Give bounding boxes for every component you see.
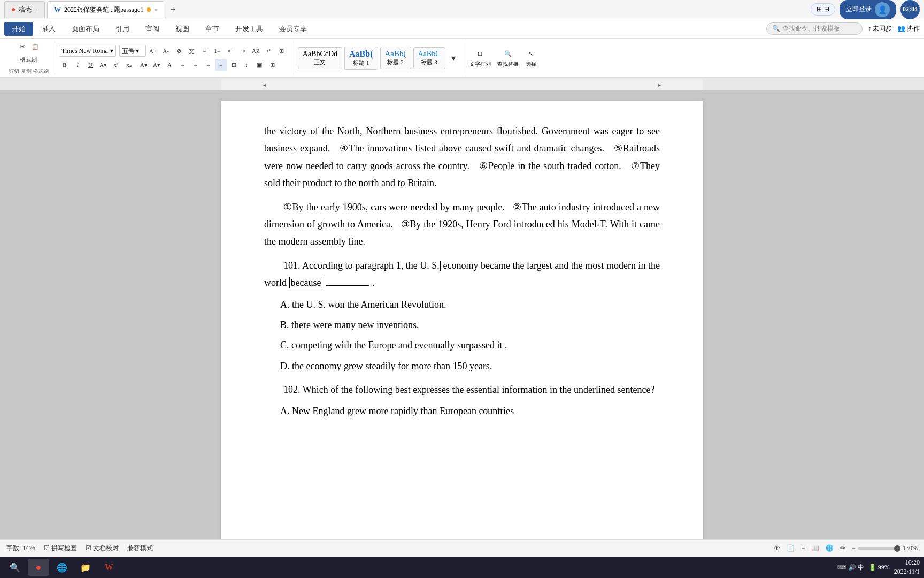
layout-toggle[interactable]: ⊞ ⊟ — [811, 3, 835, 16]
book-view-icon[interactable]: 📖 — [811, 544, 819, 552]
linebreak-button[interactable]: ↵ — [263, 45, 275, 57]
outdent-button[interactable]: ⇤ — [224, 45, 236, 57]
tab-gaoqiao-label: 稿壳 — [19, 5, 32, 14]
style-normal[interactable]: AaBbCcDd 正文 — [298, 47, 342, 69]
answer-blank[interactable] — [326, 285, 369, 286]
text-arrange-button[interactable]: ⊟ — [474, 48, 486, 59]
align-right-button[interactable]: ≡ — [202, 59, 214, 71]
spell-check[interactable]: ☑ 拼写检查 — [44, 544, 77, 553]
shading-button[interactable]: ▣ — [253, 59, 265, 71]
edge-taskbar-btn[interactable]: 🌐 — [51, 559, 73, 576]
font-name-selector[interactable]: Times New Roma ▾ — [59, 45, 116, 57]
eye-icon[interactable]: 👁 — [774, 544, 780, 552]
web-view-icon[interactable]: 🌐 — [826, 544, 834, 552]
style-h1-label: 标题 1 — [353, 59, 369, 67]
tab-gaoqiao-close[interactable]: × — [35, 7, 38, 13]
collab-btn[interactable]: 👥 协作 — [897, 24, 920, 33]
table-button[interactable]: ⊞ — [276, 45, 288, 57]
document-page[interactable]: the victory of the North, Northern busin… — [221, 101, 703, 542]
search-box[interactable]: 🔍 查找命令、搜索模板 — [766, 22, 863, 35]
indent-button[interactable]: ⇥ — [237, 45, 249, 57]
styles-expand-button[interactable]: ▾ — [448, 52, 459, 64]
choice-list-101: A. the U. S. won the American Revolution… — [264, 296, 660, 375]
files-taskbar-btn[interactable]: 📁 — [75, 559, 96, 576]
tab-start[interactable]: 开始 — [4, 22, 33, 36]
cut-button[interactable]: ✂ — [17, 41, 28, 52]
gaoqiao-taskbar-btn[interactable]: ● — [28, 559, 49, 576]
ribbon-right-controls: 🔍 查找命令、搜索模板 ↑ 未同步 👥 协作 — [766, 22, 920, 35]
tab-layout[interactable]: 页面布局 — [64, 22, 107, 36]
styles-list: AaBbCcDd 正文 AaBb( 标题 1 AaBb( 标题 2 AaBbC … — [298, 47, 459, 70]
align-center-button[interactable]: ≡ — [189, 59, 201, 71]
login-button[interactable]: 立即登录 👤 — [840, 0, 896, 19]
text-bg-button[interactable]: A▾ — [151, 59, 163, 71]
bold-button[interactable]: B — [59, 59, 71, 71]
choice-a[interactable]: A. the U. S. won the American Revolution… — [280, 296, 660, 313]
sync-btn[interactable]: ↑ 未同步 — [868, 24, 892, 33]
numbering-button[interactable]: 1≡ — [211, 45, 223, 57]
col-layout-button[interactable]: ⊟ — [228, 59, 240, 71]
format-painter-button[interactable]: 格式刷 — [18, 54, 40, 65]
tab-doc-close[interactable]: × — [154, 7, 157, 13]
subscript-button[interactable]: x₂ — [123, 59, 135, 71]
doc-view-icon[interactable]: 📄 — [787, 544, 795, 552]
superscript-button[interactable]: x² — [110, 59, 122, 71]
bullets-button[interactable]: ≡ — [198, 45, 210, 57]
tab-view[interactable]: 视图 — [168, 22, 197, 36]
style-h1[interactable]: AaBb( 标题 1 — [344, 47, 378, 70]
clear-format-button[interactable]: ⊘ — [173, 45, 184, 57]
style-h2[interactable]: AaBb( 标题 2 — [380, 47, 411, 69]
align-left-button[interactable]: ≡ — [176, 59, 188, 71]
find-replace-label: 查找替换 — [497, 60, 519, 68]
zoom-slider[interactable] — [858, 547, 900, 550]
phonetic-button[interactable]: 文 — [186, 45, 197, 57]
underline-button[interactable]: U — [84, 59, 96, 71]
choice-d[interactable]: D. the economy grew steadily for more th… — [280, 358, 660, 375]
align-justify-button[interactable]: ≡ — [215, 59, 227, 71]
sort-button[interactable]: AZ — [250, 45, 262, 57]
select-label: 选择 — [526, 60, 536, 68]
tab-gaoqiao[interactable]: ● 稿壳 × — [4, 1, 45, 18]
find-replace-button[interactable]: 🔍 — [502, 48, 514, 59]
wps-taskbar-btn[interactable]: W — [98, 559, 120, 576]
title-bar: ● 稿壳 × W 2022银保监会笔...题passage1 × + ⊞ ⊟ 立… — [0, 0, 924, 19]
styles-group: AaBbCcDd 正文 AaBb( 标题 1 AaBb( 标题 2 AaBbC … — [294, 41, 464, 75]
font-size-selector[interactable]: 五号 ▾ — [119, 45, 146, 57]
tab-references[interactable]: 引用 — [108, 22, 137, 36]
doc-review[interactable]: ☑ 文档校对 — [86, 544, 119, 553]
font-color-button[interactable]: A▾ — [97, 59, 109, 71]
decrease-font-button[interactable]: A- — [160, 45, 172, 57]
tab-insert[interactable]: 插入 — [34, 22, 63, 36]
copy-button[interactable]: 📋 — [29, 41, 41, 52]
sync-icon: ↑ — [868, 25, 871, 33]
question-101: 101. According to paragraph 1, the U. S.… — [264, 257, 660, 292]
date: 2022/11/1 — [894, 567, 920, 576]
list-view-icon[interactable]: ≡ — [801, 544, 805, 552]
line-spacing-button[interactable]: ↕ — [241, 59, 252, 71]
zoom-minus[interactable]: − — [852, 544, 856, 552]
edit-icon[interactable]: ✏ — [840, 544, 845, 552]
text-arrange-icon: ⊟ — [478, 50, 482, 57]
review-icon: ☑ — [86, 544, 91, 552]
increase-font-button[interactable]: A+ — [147, 45, 159, 57]
tab-chapter[interactable]: 章节 — [198, 22, 227, 36]
tab-dev[interactable]: 开发工具 — [228, 22, 271, 36]
tab-review[interactable]: 审阅 — [138, 22, 167, 36]
choice-c[interactable]: C. competing with the Europe and eventua… — [280, 337, 660, 354]
tab-member[interactable]: 会员专享 — [272, 22, 314, 36]
select-button[interactable]: ↖ — [525, 48, 537, 59]
text-outline-button[interactable]: A — [164, 59, 175, 71]
choice-b[interactable]: B. there were many new inventions. — [280, 316, 660, 333]
search-taskbar-button[interactable]: 🔍 — [4, 559, 26, 576]
italic-button[interactable]: I — [72, 59, 83, 71]
check-icon: ☑ — [44, 544, 50, 552]
status-bar: 字数: 1476 ☑ 拼写检查 ☑ 文档校对 兼容模式 👁 📄 ≡ 📖 🌐 ✏ … — [0, 539, 924, 557]
border-button[interactable]: ⊞ — [266, 59, 278, 71]
ribbon-tab-bar: 开始 插入 页面布局 引用 审阅 视图 章节 开发工具 会员专享 🔍 查找命令、… — [0, 19, 924, 39]
choice-102-a[interactable]: A. New England grew more rapidly than Eu… — [280, 402, 660, 420]
add-tab-button[interactable]: + — [166, 5, 180, 14]
highlight-button[interactable]: A▾ — [138, 59, 150, 71]
right-tools-group: ⊟ 文字排列 🔍 查找替换 ↖ 选择 — [465, 41, 541, 75]
tab-wps-doc[interactable]: W 2022银保监会笔...题passage1 × — [47, 1, 164, 18]
style-h3[interactable]: AaBbC 标题 3 — [413, 47, 445, 69]
